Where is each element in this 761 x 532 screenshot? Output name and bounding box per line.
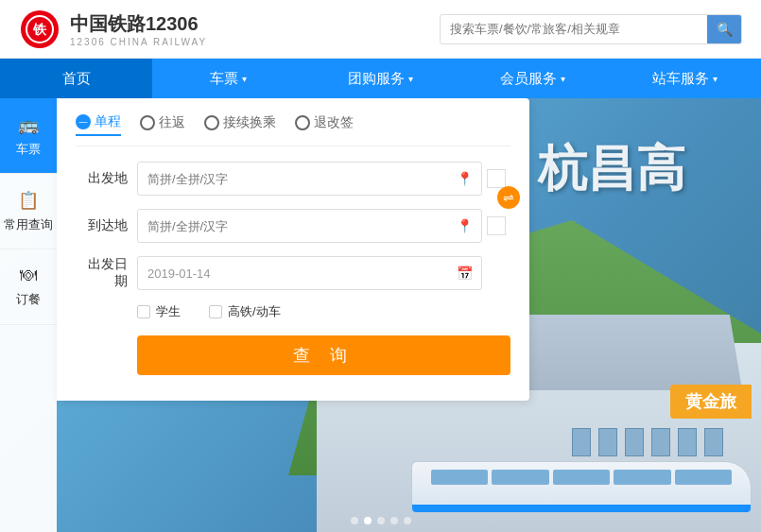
gaotie-label: 高铁/动车 [228, 303, 281, 320]
student-checkbox-item[interactable]: 学生 [137, 303, 181, 320]
nav-item-member[interactable]: 会员服务 ▾ [457, 59, 609, 98]
swap-button[interactable]: ⇌ [497, 186, 520, 209]
departure-row: 出发地 📍 [76, 162, 510, 196]
arrival-row: 到达地 📍 [76, 209, 510, 243]
gaotie-checkbox-item[interactable]: 高铁/动车 [209, 303, 281, 320]
nav-label-tickets: 车票 [210, 70, 238, 88]
bg-train [411, 461, 752, 513]
search-tabs: — 单程 往返 接续换乘 退改签 [76, 113, 510, 146]
nav-item-home[interactable]: 首页 [0, 59, 152, 98]
main-content: 杭昌高 黄金旅 🚌 车票 📋 常用查询 🍽 订餐 — [0, 98, 761, 532]
sidebar-item-query[interactable]: 📋 常用查询 [0, 174, 57, 249]
carousel-dot-1[interactable] [351, 517, 358, 524]
bg-banner: 黄金旅 [670, 385, 752, 419]
location-icon-2: 📍 [457, 218, 473, 233]
tab-transfer[interactable]: 接续换乘 [204, 114, 276, 135]
departure-extra [482, 169, 510, 188]
query-icon: 📋 [18, 190, 39, 211]
search-button[interactable]: 查 询 [137, 335, 510, 375]
logo-area: 铁 中国铁路12306 12306 CHINA RAILWAY [19, 9, 207, 50]
tab-one-way-icon: — [76, 114, 91, 129]
sidebar-item-food[interactable]: 🍽 订餐 [0, 249, 57, 325]
tab-transfer-icon [204, 115, 219, 130]
train-icon: 🚌 [18, 114, 39, 135]
chevron-down-icon: ▾ [561, 74, 565, 84]
carousel-dots [351, 517, 411, 524]
calendar-icon: 📅 [457, 266, 473, 281]
checkbox-row: 学生 高铁/动车 [137, 303, 510, 320]
tab-round-trip[interactable]: 往返 [140, 114, 185, 135]
arrival-input[interactable] [137, 209, 482, 243]
carousel-dot-5[interactable] [404, 517, 411, 524]
sidebar-label-tickets: 车票 [16, 141, 41, 158]
tab-round-trip-icon [140, 115, 155, 130]
chevron-down-icon: ▾ [713, 74, 718, 84]
departure-input[interactable] [137, 162, 482, 196]
gaotie-checkbox[interactable] [209, 305, 222, 318]
logo-main-text: 中国铁路12306 [70, 11, 207, 37]
search-input[interactable] [441, 22, 707, 36]
carousel-dot-2[interactable] [364, 517, 372, 524]
header: 铁 中国铁路12306 12306 CHINA RAILWAY 🔍 [0, 0, 761, 59]
logo-sub-text: 12306 CHINA RAILWAY [70, 37, 207, 47]
nav-label-member: 会员服务 [500, 70, 557, 88]
chevron-down-icon: ▾ [242, 74, 247, 84]
departure-input-wrap: 📍 [137, 162, 482, 196]
arrival-extra [482, 216, 510, 235]
nav-label-group: 团购服务 [348, 70, 405, 88]
sidebar-label-food: 订餐 [16, 291, 41, 308]
arrival-label: 到达地 [76, 217, 137, 234]
food-icon: 🍽 [20, 266, 37, 285]
departure-label: 出发地 [76, 170, 137, 187]
search-panel: — 单程 往返 接续换乘 退改签 出发地 📍 [57, 98, 529, 401]
sidebar: 🚌 车票 📋 常用查询 🍽 订餐 [0, 98, 57, 532]
bg-station-windows [572, 428, 723, 456]
date-label: 出发日期 [76, 256, 137, 290]
tab-refund-icon [295, 115, 310, 130]
student-checkbox[interactable] [137, 305, 150, 318]
chevron-down-icon: ▾ [408, 74, 413, 84]
carousel-dot-4[interactable] [390, 517, 398, 524]
date-row: 出发日期 📅 [76, 256, 510, 290]
tab-refund-label: 退改签 [314, 114, 354, 131]
header-search-button[interactable]: 🔍 [707, 14, 741, 44]
tab-one-way[interactable]: — 单程 [76, 113, 121, 136]
logo-text: 中国铁路12306 12306 CHINA RAILWAY [70, 11, 207, 47]
tab-transfer-label: 接续换乘 [223, 114, 276, 131]
sidebar-item-tickets[interactable]: 🚌 车票 [0, 98, 57, 174]
swap-button-wrap: ⇌ [493, 186, 520, 209]
departure-extra-box [487, 169, 506, 188]
date-input[interactable] [137, 256, 482, 290]
nav-label-station: 站车服务 [652, 70, 709, 88]
nav-item-station[interactable]: 站车服务 ▾ [609, 59, 761, 98]
header-search-box: 🔍 [440, 14, 742, 44]
arrival-extra-box [487, 216, 506, 235]
svg-text:铁: 铁 [32, 22, 47, 37]
student-label: 学生 [156, 303, 181, 320]
nav-label-home: 首页 [62, 70, 91, 88]
tab-refund[interactable]: 退改签 [295, 114, 354, 135]
date-input-wrap: 📅 [137, 256, 482, 290]
bg-large-text: 杭昌高 [538, 136, 685, 202]
carousel-dot-3[interactable] [377, 517, 385, 524]
main-nav: 首页 车票 ▾ 团购服务 ▾ 会员服务 ▾ 站车服务 ▾ [0, 59, 761, 98]
tab-one-way-label: 单程 [95, 113, 121, 130]
tab-round-trip-label: 往返 [159, 114, 185, 131]
logo-icon: 铁 [19, 9, 61, 50]
nav-item-group[interactable]: 团购服务 ▾ [304, 59, 457, 98]
arrival-input-wrap: 📍 [137, 209, 482, 243]
location-icon: 📍 [457, 171, 473, 186]
nav-item-tickets[interactable]: 车票 ▾ [152, 59, 304, 98]
sidebar-label-query: 常用查询 [4, 216, 53, 233]
